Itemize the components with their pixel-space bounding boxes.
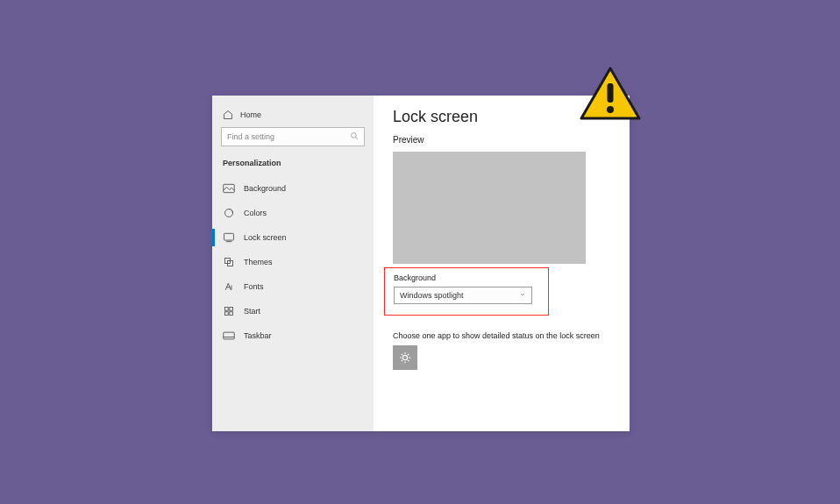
start-icon [223,306,235,316]
svg-point-0 [352,133,357,138]
background-icon [223,183,235,194]
svg-rect-10 [225,312,229,316]
sidebar-item-label: Lock screen [244,233,287,242]
background-dropdown[interactable]: Windows spotlight [394,287,532,304]
app-status-label: Choose one app to show detailed status o… [393,331,614,340]
home-link[interactable]: Home [212,104,374,127]
home-icon [223,110,233,120]
sidebar-item-themes[interactable]: Themes [212,250,374,274]
search-input[interactable]: Find a setting [221,127,365,146]
sidebar-item-label: Background [244,184,286,193]
section-title: Personalization [212,155,374,176]
sidebar-item-label: Fonts [244,282,264,291]
colors-icon [223,208,235,218]
sidebar-item-label: Taskbar [244,331,272,340]
sidebar-item-colors[interactable]: Colors [212,201,374,225]
svg-point-25 [607,106,614,113]
main-content: Lock screen Preview Background Windows s… [374,96,630,431]
preview-thumbnail [393,152,586,264]
svg-rect-24 [608,83,614,103]
sidebar-item-start[interactable]: Start [212,299,374,323]
sidebar-item-label: Themes [244,258,273,266]
preview-label: Preview [393,135,614,145]
home-label: Home [240,110,261,119]
background-label: Background [394,273,539,282]
svg-rect-12 [224,332,234,339]
search-placeholder: Find a setting [227,132,274,141]
svg-rect-8 [225,308,229,311]
sidebar-item-lockscreen[interactable]: Lock screen [212,225,374,250]
svg-line-21 [402,360,402,361]
svg-rect-9 [230,308,233,311]
chevron-down-icon [519,291,526,300]
svg-rect-11 [230,312,233,316]
sun-icon [399,351,411,364]
taskbar-icon [223,330,235,341]
warning-icon [579,66,642,124]
sidebar: Home Find a setting Personalization Back… [212,96,374,431]
svg-line-19 [402,354,402,355]
svg-line-22 [408,354,409,355]
sidebar-item-label: Colors [244,209,267,217]
svg-line-1 [356,138,358,139]
fonts-icon [223,281,235,292]
sidebar-item-taskbar[interactable]: Taskbar [212,323,374,348]
themes-icon [223,257,235,267]
svg-rect-4 [224,233,234,240]
dropdown-selected: Windows spotlight [400,291,464,300]
svg-point-14 [402,355,407,359]
sidebar-item-background[interactable]: Background [212,176,374,201]
lockscreen-icon [223,232,235,243]
sidebar-item-fonts[interactable]: Fonts [212,274,374,299]
svg-line-20 [408,360,409,361]
search-icon [350,131,359,142]
sidebar-item-label: Start [244,307,260,316]
background-section-highlight: Background Windows spotlight [384,267,549,316]
settings-window: Home Find a setting Personalization Back… [212,96,630,431]
app-tile-button[interactable] [393,345,417,370]
nav: Background Colors Lock screen Themes [212,176,374,348]
